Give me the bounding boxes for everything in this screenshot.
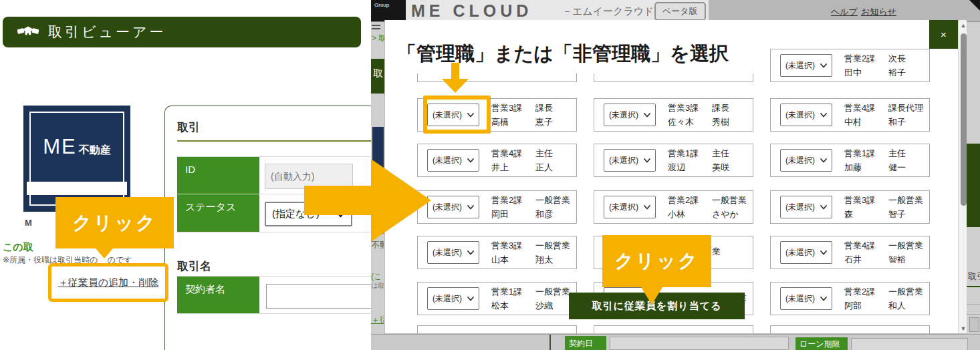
employee-first-name: 和彦 — [535, 208, 582, 220]
tutorial-arrow-down-icon — [442, 63, 469, 94]
employee-role-select[interactable]: (未選択) — [427, 196, 479, 218]
contractor-name-input[interactable] — [266, 284, 374, 309]
employee-role-select[interactable]: (未選択) — [780, 54, 832, 77]
section-divider — [177, 140, 378, 142]
background-underline — [967, 286, 980, 287]
chevron-down-icon — [820, 156, 827, 165]
chevron-down-icon — [820, 294, 827, 303]
employee-last-name: 山本 — [491, 254, 535, 266]
employee-info: 営業2課次長田中裕子 — [844, 53, 935, 79]
select-value: (未選択) — [785, 155, 815, 166]
employee-department: 営業3課 — [491, 240, 535, 252]
corner-cursor-fragment — [968, 0, 980, 12]
background-line — [967, 314, 980, 315]
employee-role-select[interactable]: (未選択) — [780, 287, 832, 310]
employee-department: 営業4課 — [844, 102, 888, 114]
group-logo: Group — [371, 0, 406, 21]
employee-department: 営業2課 — [844, 286, 888, 298]
deal-name-table: 契約者名 — [177, 276, 378, 314]
employee-title: 一般営業 — [888, 286, 935, 298]
employee-role-select[interactable]: (未選択) — [780, 149, 832, 172]
employee-role-select[interactable]: (未選択) — [604, 196, 656, 218]
employee-title: 一般営業 — [535, 194, 582, 206]
employee-card: (未選択)営業2課一般営業岡田和彦 — [417, 190, 577, 224]
close-icon[interactable]: × — [929, 20, 958, 49]
click-callout-left: クリック — [55, 197, 174, 248]
employee-info: 営業4課一般営業石井智裕 — [844, 240, 935, 266]
employee-last-name: 高橋 — [491, 116, 535, 128]
select-value: (未選択) — [433, 202, 462, 213]
chevron-down-icon — [644, 202, 650, 212]
chevron-down-icon — [467, 156, 474, 165]
employee-last-name: 小林 — [668, 208, 712, 220]
scroll-down-icon[interactable]: ▼ — [959, 325, 967, 332]
chevron-down-icon — [820, 202, 827, 212]
employee-role-select[interactable]: (未選択) — [780, 241, 832, 264]
transaction-note: この取 — [3, 241, 33, 254]
employee-department: 営業1課 — [491, 286, 535, 298]
employee-role-select[interactable]: (未選択) — [427, 241, 479, 264]
loan-term-label: ローン期限 — [795, 337, 848, 350]
menu-icon-fragment — [372, 25, 380, 31]
employee-role-select[interactable]: (未選択) — [604, 104, 656, 126]
employee-info: 営業2課一般営業小林さやか — [668, 194, 759, 220]
note-small-fragment: は取 — [371, 281, 384, 291]
employee-info: 営業4課主任井上正人 — [491, 148, 582, 174]
employee-last-name: 松本 — [491, 300, 535, 312]
employee-title: 業 — [712, 246, 759, 258]
employee-card-empty — [770, 325, 930, 334]
transaction-viewer-header: 取引ビューアー — [3, 17, 361, 47]
employee-last-name: 阿部 — [844, 300, 888, 312]
employee-info: 営業3課課長佐々木秀樹 — [668, 102, 759, 128]
employee-role-select[interactable]: (未選択) — [780, 104, 832, 126]
select-value: (未選択) — [433, 247, 462, 258]
employee-info: 営業4課課長代理中村和子 — [844, 102, 935, 128]
select-value: (未選択) — [609, 110, 638, 121]
employee-role-select[interactable]: (未選択) — [427, 287, 479, 310]
select-value: (未選択) — [433, 293, 462, 305]
employee-info: 営業1課主任渡辺美咲 — [668, 148, 759, 174]
employee-card: (未選択)営業4課一般営業石井智裕 — [770, 236, 930, 269]
employee-first-name: 正人 — [535, 162, 582, 174]
company-logo: ME不動産 — [23, 106, 130, 212]
help-link[interactable]: ヘルプ — [831, 6, 858, 18]
employee-role-select[interactable]: (未選択) — [427, 104, 479, 126]
employee-card: (未選択)営業1課主任渡辺美咲 — [594, 144, 753, 177]
employee-card: (未選択)営業1課主任加藤健一 — [770, 144, 930, 177]
employee-card: (未選択)営業2課次長田中裕子 — [770, 49, 930, 82]
employee-last-name: 井上 — [491, 162, 535, 174]
employee-first-name: 智子 — [888, 208, 935, 220]
news-link[interactable]: お知らせ — [861, 6, 896, 18]
employee-info: 営業2課一般営業岡田和彦 — [491, 194, 582, 220]
employee-title: 一般営業 — [712, 194, 759, 206]
add-remove-employees-link[interactable]: ＋従業員の追加・削除 — [58, 277, 158, 289]
employee-role-select[interactable]: (未選択) — [427, 149, 479, 172]
scrollbar-thumb[interactable] — [961, 33, 967, 206]
employee-department: 営業3課 — [668, 102, 712, 114]
employee-row — [417, 325, 930, 334]
scroll-up-icon[interactable]: ▲ — [959, 22, 967, 29]
employee-info: 営業3課一般営業森智子 — [844, 194, 935, 220]
select-value: (未選択) — [785, 293, 815, 305]
select-value: (未選択) — [785, 110, 815, 121]
employee-title: 主任 — [888, 148, 935, 160]
callout-pointer-down-icon — [641, 287, 662, 305]
chevron-down-icon — [467, 110, 474, 120]
id-label: ID — [177, 157, 259, 194]
select-value: (未選択) — [785, 202, 815, 213]
employee-first-name: 智裕 — [888, 254, 935, 266]
callout-pointer-down-icon — [96, 248, 113, 258]
deal-name-section-title: 取引名 — [177, 258, 211, 274]
employee-role-select[interactable]: (未選択) — [604, 149, 656, 172]
employee-last-name: 田中 — [844, 67, 888, 79]
chevron-down-icon — [467, 248, 474, 257]
employee-first-name: さやか — [712, 208, 759, 220]
employee-title: 主任 — [712, 148, 759, 160]
employee-role-select[interactable]: (未選択) — [780, 196, 832, 218]
contract-date-input — [610, 337, 789, 350]
employee-info: 営業1課主任加藤健一 — [844, 148, 935, 174]
employee-first-name: 健一 — [888, 162, 935, 174]
employee-card: (未選択)営業3課課長佐々木秀樹 — [594, 98, 753, 132]
background-bottom-strip: 契約日 ローン期限 — [371, 334, 980, 350]
employee-card: (未選択)営業2課一般営業阿部和人 — [770, 282, 930, 315]
